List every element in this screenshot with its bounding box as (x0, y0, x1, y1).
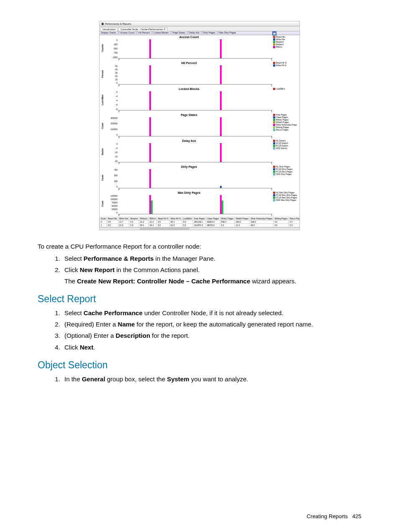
chart: PercentHit Percent5040302010001Read Hit … (100, 61, 299, 87)
table-header[interactable]: Free Pages (193, 217, 206, 220)
table-header[interactable]: Writing Pages (274, 217, 289, 220)
table-header[interactable]: Read Hit % (157, 217, 169, 220)
chart-plot (118, 65, 272, 85)
step-2: Click New Report in the Common Actions p… (62, 265, 361, 286)
table-header[interactable]: Write1 Pages (220, 217, 235, 220)
chart: Dack/sDelay Ack0-5-10-15-2001NL Dack/sFC… (100, 139, 299, 165)
data-table: NodeRead HitsWrite HitsReads/sWrites/sRW… (100, 217, 299, 227)
heading-select-report: Select Report (38, 293, 361, 305)
window-title: Performance & Reports (105, 23, 131, 25)
chart: CountDirty Pages750500250001NL Dirty Pag… (100, 165, 299, 191)
steps-object-selection: In the General group box, select the Sys… (62, 374, 361, 384)
chk-dirty-pages[interactable]: Dirty Pages (201, 32, 215, 34)
table-header[interactable]: Write Hits (118, 217, 129, 220)
chart-plot (118, 39, 272, 59)
chart-plot (118, 169, 272, 188)
charts-area: Count/sAccess Count0-250-500-750-100001R… (100, 35, 299, 217)
chart-title: Page States (106, 113, 272, 116)
table-row[interactable]: 00.011.70.021.221.20.055.10.0294146.1636… (100, 220, 300, 224)
footer-label: Creating Reports (307, 513, 348, 519)
chk-access-count[interactable]: Access Count (118, 32, 134, 34)
page-footer: Creating Reports 425 (307, 513, 361, 519)
table-header[interactable]: Clean Pages (206, 217, 220, 220)
footer-page-number: 425 (352, 513, 361, 519)
main-tabs: Introduction Controller Node - Cache Per… (100, 26, 299, 31)
chart-title: Access Count (106, 36, 272, 39)
table-header[interactable]: LockBlk/s (182, 217, 193, 220)
chart-ylabel: Count (102, 200, 104, 206)
heading-object-selection: Object Selection (38, 360, 361, 371)
table-header[interactable]: Write Scheduled Pages (250, 217, 274, 220)
chart-legend: NL Dirty PagesFC10 Dirty PagesFC15 Dirty… (272, 165, 299, 191)
window-title-bar: Performance & Reports (100, 21, 299, 26)
chart-ylabel: Dack/s (102, 148, 104, 155)
chart-ylabel: Count (102, 175, 104, 180)
table-header[interactable]: RWs/s (148, 217, 157, 220)
tab-cache-performance[interactable]: Controller Node - Cache Performance (118, 27, 167, 31)
table-header[interactable]: Write Hit % (169, 217, 182, 220)
data-table-wrap: NodeRead HitsWrite HitsReads/sWrites/sRW… (100, 217, 299, 227)
chart-ylabel: Count/s (102, 44, 104, 52)
table-header[interactable]: Node (100, 217, 107, 220)
screenshot-window: Performance & Reports Introduction Contr… (99, 21, 300, 230)
sr-step-2: (Required) Enter a Name for the report, … (62, 319, 361, 329)
chart-plot (118, 117, 272, 136)
intro-paragraph: To create a CPU Performance Report for a… (38, 242, 361, 252)
chart-ylabel: Lock Blk/s (102, 95, 104, 105)
chart-title: Hit Percent (106, 62, 272, 64)
chart-plot (118, 195, 272, 214)
chart-title: Dirty Pages (106, 165, 272, 168)
sr-step-4: Click Next. (62, 342, 361, 352)
table-row[interactable]: 10.021.00.034.134.10.061.50.0311870.3484… (100, 224, 300, 227)
step-1: Select Performance & Reports in the Mana… (62, 254, 361, 263)
chart-legend: LockBlk/s (272, 87, 299, 113)
chart-plot (118, 143, 272, 162)
chart-legend: NL Dack/sFC10 Dack/sFC15 Dack/sSSD Dack/… (272, 139, 299, 165)
steps-select-report: Select Cache Performance under Controlle… (62, 308, 361, 352)
sr-step-1: Select Cache Performance under Controlle… (62, 308, 361, 318)
chart: CountPage States300000200000100000001Fre… (100, 113, 299, 139)
chart-title: Locked Blocks (106, 87, 272, 90)
chk-max-dirty-pages[interactable]: Max Dirty Pages (217, 32, 236, 34)
chart-legend: Read Hit %Write Hit % (272, 61, 299, 87)
table-header[interactable]: Recov Pages (289, 217, 299, 220)
chart-legend: NL Max Dirty PagesFC10 Max Dirty PagesFC… (272, 191, 299, 217)
chart-title: Max Dirty Pages (106, 191, 272, 194)
chk-page-states[interactable]: Page States (170, 32, 185, 34)
tab-introduction[interactable]: Introduction (100, 27, 118, 31)
chart-plot (118, 91, 272, 111)
horizontal-scrollbar[interactable] (100, 227, 299, 230)
display-charts-bar: Display Charts: Access Count Hit Percent… (100, 31, 299, 35)
table-header[interactable]: WriteN Pages (235, 217, 250, 220)
chk-delay-ack[interactable]: Delay Ack (187, 32, 200, 34)
table-header[interactable]: Writes/s (139, 217, 148, 220)
chk-locked-blocks[interactable]: Locked Blocks (151, 32, 169, 34)
table-header[interactable]: Read Hits (107, 217, 118, 220)
chart-ylabel: Percent (102, 70, 104, 77)
sr-step-3: (Optional) Enter a Description for the r… (62, 331, 361, 340)
chart-ylabel: Count (102, 123, 104, 129)
chart: CountMax Dirty Pages12500010000075000500… (100, 191, 299, 217)
chart-legend: Read HitsWrite HitsReads/sWrites/sRWs/s (272, 35, 299, 61)
display-charts-label: Display Charts: (101, 32, 116, 34)
os-step-1: In the General group box, select the Sys… (62, 374, 361, 384)
steps-create-report: Select Performance & Reports in the Mana… (62, 254, 361, 286)
chart: Lock Blk/sLocked Blocks0-2-4-6-801LockBl… (100, 87, 299, 113)
table-header[interactable]: Reads/s (129, 217, 139, 220)
chart-title: Delay Ack (106, 139, 272, 142)
chart: Count/sAccess Count0-250-500-750-100001R… (100, 35, 299, 61)
chk-hit-percent[interactable]: Hit Percent (136, 32, 150, 34)
chart-legend: Free PagesClean PagesWrite1 PagesWriteN … (272, 113, 299, 139)
